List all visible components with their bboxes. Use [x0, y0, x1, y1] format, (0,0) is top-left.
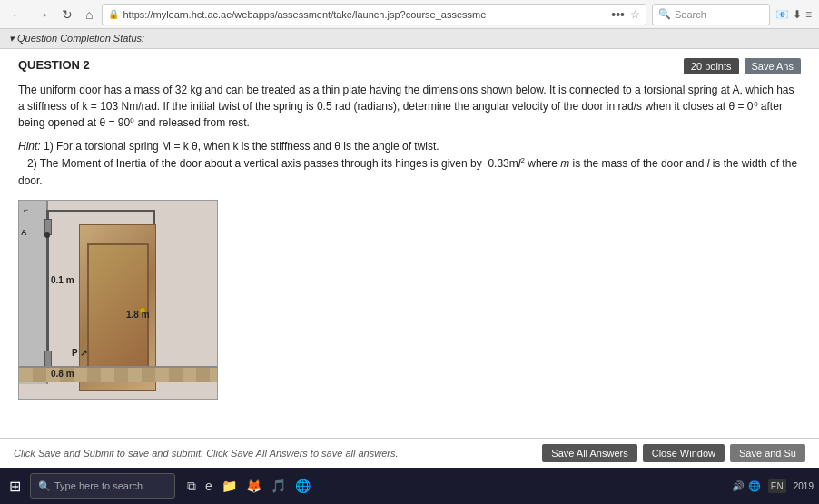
completion-status-bar: ▾ Question Completion Status: [0, 29, 819, 49]
firefox-button[interactable]: 🦊 [243, 477, 264, 495]
start-button[interactable]: ⊞ [5, 476, 25, 497]
download-icon: ⬇ [793, 8, 802, 21]
hint1-text: 1) For a torsional spring M = k θ, when … [44, 140, 439, 153]
app1-button[interactable]: 🎵 [268, 477, 289, 495]
hint2-text: 2) The Moment of Inertia of the door abo… [18, 157, 797, 187]
back-button[interactable]: ← [7, 5, 27, 24]
clock-time: 2019 [794, 481, 814, 491]
footer-buttons: Save All Answers Close Window Save and S… [542, 444, 805, 462]
home-button[interactable]: ⌂ [82, 5, 96, 24]
menu-dots: ••• [611, 7, 625, 22]
email-icon: 📧 [775, 8, 789, 21]
door-panel-inner [87, 243, 149, 371]
taskbar-search-text: Type here to search [54, 480, 143, 491]
app2-button[interactable]: 🌐 [292, 477, 313, 495]
dim-08-label: 0.8 m [51, 369, 74, 379]
save-and-submit-button[interactable]: Save and Su [730, 444, 805, 462]
language-indicator: EN [768, 479, 786, 493]
completion-status-text: ▾ Question Completion Status: [9, 33, 144, 44]
search-label: Search [675, 9, 706, 20]
taskbar-right: 🔊 🌐 EN 2019 [732, 479, 814, 493]
bookmark-icon: ☆ [630, 8, 640, 21]
taskbar: ⊞ 🔍 Type here to search ⧉ e 📁 🦊 🎵 🌐 🔊 🌐 … [0, 468, 819, 504]
question-body: The uniform door has a mass of 32 kg and… [18, 84, 794, 129]
p-arrow-label: P ↗ [72, 348, 87, 358]
dim-01-label: 0.1 m [51, 275, 74, 285]
save-answer-button[interactable]: Save Ans [745, 58, 801, 74]
task-view-button[interactable]: ⧉ [184, 477, 199, 496]
save-all-answers-button[interactable]: Save All Answers [542, 444, 636, 462]
footer-text: Click Save and Submit to save and submit… [14, 448, 398, 459]
clock-display: 2019 [794, 481, 814, 491]
question-header: QUESTION 2 20 points Save Ans [18, 58, 801, 74]
lock-icon: 🔒 [108, 9, 119, 19]
hint-section: Hint: 1) For a torsional spring M = k θ,… [18, 138, 801, 191]
sys-tray: 🔊 🌐 [732, 480, 761, 492]
door-diagram: A 0.1 m 1.8 m 0.8 m P ↗ ⌐ [18, 200, 218, 400]
corner-bracket: ⌐ [24, 205, 28, 214]
footer-bar: Click Save and Submit to save and submit… [0, 438, 819, 468]
spring-indicator [44, 232, 50, 238]
address-bar[interactable]: 🔒 https://mylearn.hct.ac.ae/webapps/asse… [102, 4, 646, 25]
volume-icon: 🔊 [732, 480, 745, 492]
points-badge: 20 points [684, 58, 739, 74]
search-icon: 🔍 [658, 8, 671, 20]
explorer-button[interactable]: 📁 [219, 477, 240, 495]
browser-search-box[interactable]: 🔍 Search [652, 4, 770, 25]
forward-button[interactable]: → [33, 5, 53, 24]
browser-chrome: ← → ↻ ⌂ 🔒 https://mylearn.hct.ac.ae/weba… [0, 0, 819, 29]
hint-label: Hint: [18, 140, 41, 153]
door-frame [46, 210, 155, 382]
question-points-area: 20 points Save Ans [684, 58, 801, 74]
taskbar-icons: ⧉ e 📁 🦊 🎵 🌐 [184, 477, 313, 496]
edge-button[interactable]: e [202, 477, 215, 495]
question-title: QUESTION 2 [18, 58, 90, 72]
floor [19, 366, 217, 382]
close-window-button[interactable]: Close Window [643, 444, 725, 462]
spring-label: A [21, 228, 27, 237]
taskbar-search-box[interactable]: 🔍 Type here to search [30, 473, 175, 499]
hinge-bottom [44, 351, 52, 367]
url-text: https://mylearn.hct.ac.ae/webapps/assess… [123, 9, 606, 20]
refresh-button[interactable]: ↻ [58, 5, 76, 24]
taskbar-search-icon: 🔍 [38, 480, 51, 492]
dim-18-label: 1.8 m [126, 310, 150, 320]
main-content-area: QUESTION 2 20 points Save Ans The unifor… [0, 49, 819, 488]
question-text: The uniform door has a mass of 32 kg and… [18, 82, 801, 131]
network-icon: 🌐 [748, 480, 761, 492]
menu-icon: ≡ [805, 8, 812, 21]
question-container: QUESTION 2 20 points Save Ans The unifor… [0, 49, 819, 418]
browser-action-buttons: 📧 ⬇ ≡ [775, 8, 812, 21]
